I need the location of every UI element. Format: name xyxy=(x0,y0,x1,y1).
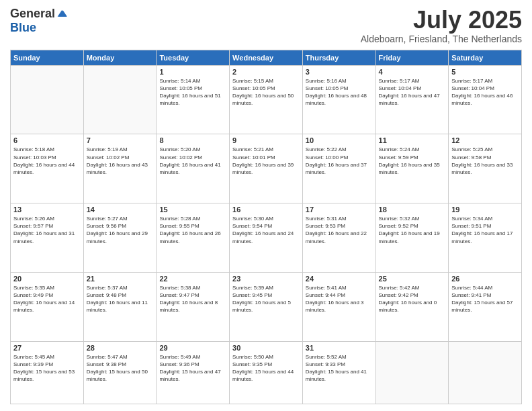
day-info: Sunrise: 5:14 AM Sunset: 10:05 PM Daylig… xyxy=(159,77,226,107)
day-number: 23 xyxy=(232,275,300,283)
calendar-cell: 25Sunrise: 5:42 AM Sunset: 9:42 PM Dayli… xyxy=(375,272,449,341)
calendar-cell: 18Sunrise: 5:32 AM Sunset: 9:52 PM Dayli… xyxy=(375,203,449,273)
day-info: Sunrise: 5:34 AM Sunset: 9:51 PM Dayligh… xyxy=(451,215,519,245)
logo-general: General xyxy=(10,7,55,21)
day-info: Sunrise: 5:24 AM Sunset: 9:59 PM Dayligh… xyxy=(379,146,446,176)
day-info: Sunrise: 5:26 AM Sunset: 9:57 PM Dayligh… xyxy=(13,215,81,245)
day-info: Sunrise: 5:16 AM Sunset: 10:05 PM Daylig… xyxy=(306,77,373,107)
calendar-week-2: 6Sunrise: 5:18 AM Sunset: 10:03 PM Dayli… xyxy=(11,134,522,203)
day-info: Sunrise: 5:37 AM Sunset: 9:48 PM Dayligh… xyxy=(87,284,154,314)
calendar-header-sunday: Sunday xyxy=(11,50,84,65)
day-number: 26 xyxy=(451,275,519,283)
calendar-cell: 30Sunrise: 5:50 AM Sunset: 9:35 PM Dayli… xyxy=(230,341,303,404)
day-number: 19 xyxy=(451,205,519,214)
page: General Blue July 2025 Aldeboarn, Friesl… xyxy=(0,0,532,411)
day-info: Sunrise: 5:17 AM Sunset: 10:04 PM Daylig… xyxy=(379,77,446,107)
calendar-cell: 28Sunrise: 5:47 AM Sunset: 9:38 PM Dayli… xyxy=(83,341,157,404)
day-number: 28 xyxy=(87,344,154,352)
calendar-header-saturday: Saturday xyxy=(449,50,522,65)
calendar-cell: 24Sunrise: 5:41 AM Sunset: 9:44 PM Dayli… xyxy=(302,272,375,341)
day-info: Sunrise: 5:19 AM Sunset: 10:02 PM Daylig… xyxy=(87,146,154,176)
calendar-cell xyxy=(449,341,522,404)
day-number: 17 xyxy=(306,205,373,214)
calendar-cell: 7Sunrise: 5:19 AM Sunset: 10:02 PM Dayli… xyxy=(83,134,157,203)
header: General Blue July 2025 Aldeboarn, Friesl… xyxy=(10,7,522,44)
day-info: Sunrise: 5:21 AM Sunset: 10:01 PM Daylig… xyxy=(232,146,300,176)
logo: General Blue xyxy=(10,7,67,35)
day-number: 25 xyxy=(379,275,446,283)
calendar-cell xyxy=(375,341,449,404)
calendar-cell xyxy=(83,65,157,134)
day-info: Sunrise: 5:50 AM Sunset: 9:35 PM Dayligh… xyxy=(232,353,300,383)
day-info: Sunrise: 5:39 AM Sunset: 9:45 PM Dayligh… xyxy=(232,284,300,314)
calendar-cell: 1Sunrise: 5:14 AM Sunset: 10:05 PM Dayli… xyxy=(157,65,230,134)
day-info: Sunrise: 5:27 AM Sunset: 9:56 PM Dayligh… xyxy=(87,215,154,245)
calendar-header-thursday: Thursday xyxy=(302,50,375,65)
day-info: Sunrise: 5:47 AM Sunset: 9:38 PM Dayligh… xyxy=(87,353,154,383)
day-number: 10 xyxy=(306,136,373,144)
day-number: 5 xyxy=(451,68,519,76)
day-number: 24 xyxy=(306,275,373,283)
day-number: 1 xyxy=(159,68,226,76)
day-number: 13 xyxy=(13,205,81,214)
day-number: 4 xyxy=(379,68,446,76)
calendar-header-row: SundayMondayTuesdayWednesdayThursdayFrid… xyxy=(11,50,522,65)
calendar-cell: 3Sunrise: 5:16 AM Sunset: 10:05 PM Dayli… xyxy=(302,65,375,134)
calendar-cell: 4Sunrise: 5:17 AM Sunset: 10:04 PM Dayli… xyxy=(375,65,449,134)
calendar-cell: 29Sunrise: 5:49 AM Sunset: 9:36 PM Dayli… xyxy=(157,341,230,404)
month-title: July 2025 xyxy=(361,7,522,34)
day-number: 15 xyxy=(159,205,226,214)
day-number: 27 xyxy=(13,344,81,352)
calendar-cell: 14Sunrise: 5:27 AM Sunset: 9:56 PM Dayli… xyxy=(83,203,157,273)
calendar-header-tuesday: Tuesday xyxy=(157,50,230,65)
day-number: 3 xyxy=(306,68,373,76)
calendar-cell: 17Sunrise: 5:31 AM Sunset: 9:53 PM Dayli… xyxy=(302,203,375,273)
day-number: 12 xyxy=(451,136,519,144)
day-number: 7 xyxy=(87,136,154,144)
day-info: Sunrise: 5:38 AM Sunset: 9:47 PM Dayligh… xyxy=(159,284,226,314)
day-number: 18 xyxy=(379,205,446,214)
day-info: Sunrise: 5:45 AM Sunset: 9:39 PM Dayligh… xyxy=(13,353,81,383)
calendar-cell: 5Sunrise: 5:17 AM Sunset: 10:04 PM Dayli… xyxy=(449,65,522,134)
day-info: Sunrise: 5:28 AM Sunset: 9:55 PM Dayligh… xyxy=(159,215,226,245)
day-number: 2 xyxy=(232,68,300,76)
calendar-week-1: 1Sunrise: 5:14 AM Sunset: 10:05 PM Dayli… xyxy=(11,65,522,134)
day-number: 11 xyxy=(379,136,446,144)
calendar-week-4: 20Sunrise: 5:35 AM Sunset: 9:49 PM Dayli… xyxy=(11,272,522,341)
calendar-cell: 6Sunrise: 5:18 AM Sunset: 10:03 PM Dayli… xyxy=(11,134,84,203)
title-block: July 2025 Aldeboarn, Friesland, The Neth… xyxy=(361,7,522,44)
day-number: 22 xyxy=(159,275,226,283)
calendar-week-3: 13Sunrise: 5:26 AM Sunset: 9:57 PM Dayli… xyxy=(11,203,522,273)
day-info: Sunrise: 5:52 AM Sunset: 9:33 PM Dayligh… xyxy=(306,353,373,383)
day-info: Sunrise: 5:17 AM Sunset: 10:04 PM Daylig… xyxy=(451,77,519,107)
day-number: 29 xyxy=(159,344,226,352)
calendar-cell: 2Sunrise: 5:15 AM Sunset: 10:05 PM Dayli… xyxy=(230,65,303,134)
calendar-cell: 13Sunrise: 5:26 AM Sunset: 9:57 PM Dayli… xyxy=(11,203,84,273)
calendar-header-wednesday: Wednesday xyxy=(230,50,303,65)
day-number: 16 xyxy=(232,205,300,214)
day-info: Sunrise: 5:20 AM Sunset: 10:02 PM Daylig… xyxy=(159,146,226,176)
day-info: Sunrise: 5:42 AM Sunset: 9:42 PM Dayligh… xyxy=(379,284,446,314)
day-number: 20 xyxy=(13,275,81,283)
day-number: 21 xyxy=(87,275,154,283)
day-info: Sunrise: 5:18 AM Sunset: 10:03 PM Daylig… xyxy=(13,146,81,176)
day-number: 9 xyxy=(232,136,300,144)
calendar-cell xyxy=(11,65,84,134)
calendar-cell: 22Sunrise: 5:38 AM Sunset: 9:47 PM Dayli… xyxy=(157,272,230,341)
logo-blue: Blue xyxy=(10,21,36,35)
day-number: 31 xyxy=(306,344,373,352)
calendar-cell: 8Sunrise: 5:20 AM Sunset: 10:02 PM Dayli… xyxy=(157,134,230,203)
day-number: 8 xyxy=(159,136,226,144)
calendar-cell: 21Sunrise: 5:37 AM Sunset: 9:48 PM Dayli… xyxy=(83,272,157,341)
calendar-cell: 12Sunrise: 5:25 AM Sunset: 9:58 PM Dayli… xyxy=(449,134,522,203)
day-info: Sunrise: 5:49 AM Sunset: 9:36 PM Dayligh… xyxy=(159,353,226,383)
day-info: Sunrise: 5:41 AM Sunset: 9:44 PM Dayligh… xyxy=(306,284,373,314)
calendar-cell: 23Sunrise: 5:39 AM Sunset: 9:45 PM Dayli… xyxy=(230,272,303,341)
calendar-cell: 9Sunrise: 5:21 AM Sunset: 10:01 PM Dayli… xyxy=(230,134,303,203)
calendar-cell: 31Sunrise: 5:52 AM Sunset: 9:33 PM Dayli… xyxy=(302,341,375,404)
day-info: Sunrise: 5:44 AM Sunset: 9:41 PM Dayligh… xyxy=(451,284,519,314)
calendar-header-monday: Monday xyxy=(83,50,157,65)
day-info: Sunrise: 5:30 AM Sunset: 9:54 PM Dayligh… xyxy=(232,215,300,245)
day-info: Sunrise: 5:25 AM Sunset: 9:58 PM Dayligh… xyxy=(451,146,519,176)
calendar-cell: 16Sunrise: 5:30 AM Sunset: 9:54 PM Dayli… xyxy=(230,203,303,273)
